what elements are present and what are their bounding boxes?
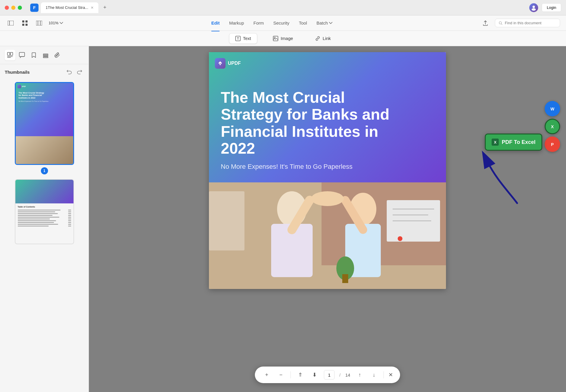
thumbnail-item-2: Table of Contents [5,179,84,244]
convert-to-ppt-button[interactable]: P [545,136,560,152]
pdf-photo [209,182,446,289]
svg-rect-15 [273,36,278,41]
main-layout: Thumbnails [0,46,566,392]
pagination-bar: + − ⇑ ⬇ / 14 ↑ ↓ ✕ [255,367,400,383]
tab-edit[interactable]: Edit [211,19,220,27]
close-button[interactable] [5,6,9,10]
text-tool-button[interactable]: T Text [229,33,258,44]
thumbnail-number-1: 1 [41,167,48,174]
svg-rect-24 [43,57,48,58]
next-page-button[interactable]: ↓ [369,370,379,380]
svg-point-38 [398,236,402,241]
pdf-to-excel-label: PDF To Excel [502,139,535,145]
zoom-out-button[interactable]: − [276,370,286,380]
thumbnail-1[interactable]: UPDF The Most Crucial Strategyfor Banks … [15,82,74,165]
pdf-cover: UPDF The Most Crucial Strategy for Banks… [209,52,446,182]
traffic-lights [5,6,22,10]
first-page-button[interactable]: ⇑ [295,370,305,380]
pdf-to-excel-popup[interactable]: X PDF To Excel [485,134,542,151]
titlebar: F 1The Most Crucial Stra... ✕ + Login [0,0,566,15]
redo-icon[interactable] [76,68,84,76]
split-view-icon[interactable] [34,18,44,28]
svg-rect-41 [342,274,348,283]
thumbnail-2[interactable]: Table of Contents [15,179,74,244]
thumb-updf-text: UPDF [22,86,26,87]
thumb-photo-1 [16,136,73,165]
zoom-in-button[interactable]: + [262,370,271,380]
svg-rect-7 [25,24,28,26]
layers-icon[interactable] [40,50,51,60]
svg-text:W: W [550,107,554,111]
thumb-subtitle-1: No More Expenses! It's Time to Go Paperl… [19,100,70,102]
page-total: 14 [345,372,350,377]
svg-rect-39 [209,191,244,250]
undo-icon[interactable] [65,68,73,76]
thumb2-lines [18,210,71,226]
updf-logo-icon [215,58,226,69]
svg-rect-18 [10,52,13,55]
thumb2-cover [15,180,73,203]
arrow-indicator [473,150,532,209]
svg-point-16 [274,37,275,38]
avatar[interactable] [529,3,538,12]
tab-security[interactable]: Security [273,19,289,27]
thumbnails-area: UPDF The Most Crucial Strategyfor Banks … [0,80,89,392]
thumb-title-1: The Most Crucial Strategyfor Banks and F… [19,92,70,99]
divider-1 [290,371,291,378]
tab-markup[interactable]: Markup [229,19,244,27]
pdf-logo: UPDF [215,58,241,69]
sidebar-actions [65,68,84,76]
edit-toolbar: T Text Image Link [0,31,566,46]
svg-rect-8 [36,21,42,25]
doc-area: UPDF The Most Crucial Strategy for Banks… [89,46,566,392]
page-separator: / [339,372,340,377]
login-button[interactable]: Login [542,3,561,12]
updf-brand-text: UPDF [228,61,241,66]
convert-to-excel-button[interactable]: X [545,119,560,134]
svg-rect-17 [7,52,10,55]
svg-point-0 [533,6,535,8]
zoom-control[interactable]: 101% [49,21,63,25]
tab-close-icon[interactable]: ✕ [91,6,94,10]
download-button[interactable]: ⬇ [310,370,319,380]
thumbnail-item-1: UPDF The Most Crucial Strategyfor Banks … [5,82,84,174]
prev-page-button[interactable]: ↑ [355,370,364,380]
svg-rect-4 [22,20,24,23]
link-tool-button[interactable]: Link [309,33,337,44]
right-sidebar-buttons: W X P [545,101,560,152]
thumb2-title: Table of Contents [18,206,71,208]
pdf-title: The Most Crucial Strategy for Banks and … [221,89,399,157]
sidebar-toggle-icon[interactable] [6,18,15,28]
search-box[interactable] [495,19,560,27]
new-tab-button[interactable]: + [101,4,109,12]
tab-form[interactable]: Form [253,19,264,27]
thumb-logo-area: UPDF [17,85,26,88]
share-icon[interactable] [481,18,490,28]
tab-batch[interactable]: Batch [316,19,332,27]
app-icon: F [30,4,39,12]
maximize-button[interactable] [18,6,22,10]
page-number-input[interactable] [324,370,335,380]
minimize-button[interactable] [11,6,15,10]
thumbnails-icon[interactable] [5,50,15,60]
svg-text:X: X [551,124,554,129]
attachments-icon[interactable] [52,50,63,60]
tab-tool[interactable]: Tool [299,19,307,27]
comments-icon[interactable] [17,50,27,60]
image-tool-button[interactable]: Image [267,33,299,44]
sidebar-title: Thumbnails [5,70,30,75]
bookmarks-icon[interactable] [28,50,39,60]
grid-view-icon[interactable] [20,18,30,28]
view-controls: 101% [6,18,63,28]
svg-point-33 [311,191,344,206]
close-pagination-button[interactable]: ✕ [388,372,393,378]
convert-to-word-button[interactable]: W [545,101,560,116]
titlebar-right: Login [529,3,561,12]
svg-text:X: X [494,140,497,144]
active-tab[interactable]: 1The Most Crucial Stra... ✕ [41,2,98,13]
search-input[interactable] [505,21,556,25]
svg-rect-22 [43,54,48,55]
svg-rect-6 [22,24,24,26]
thumb-updf-logo [17,85,21,88]
tab-title: 1The Most Crucial Stra... [46,5,88,10]
